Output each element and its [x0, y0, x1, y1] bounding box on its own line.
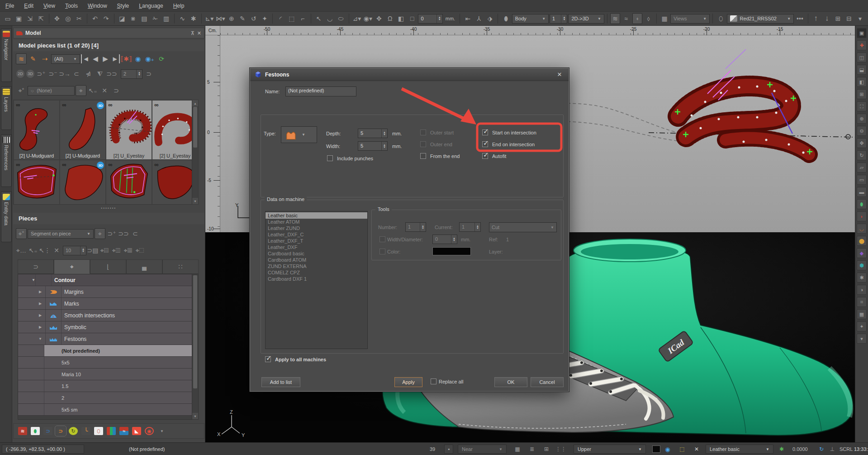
- pick-line-icon[interactable]: ↖₌: [28, 245, 38, 256]
- tool-cross-icon[interactable]: ✕: [692, 443, 701, 455]
- views-combo[interactable]: Views▼: [670, 14, 710, 24]
- add-to-list-button[interactable]: Add to list: [261, 377, 300, 387]
- grid-stack-icon[interactable]: ⋮⋮: [556, 443, 565, 455]
- apply-button[interactable]: Apply: [394, 377, 422, 387]
- snap-icon[interactable]: ◉▾: [363, 13, 373, 24]
- close-icon[interactable]: ✕: [555, 71, 564, 78]
- depth-spinner[interactable]: 5 ▲▼: [358, 129, 388, 138]
- apply-all-machines-checkbox[interactable]: ✓: [265, 356, 271, 362]
- select-corner-icon[interactable]: ◜: [275, 13, 285, 24]
- zoom-fit-icon[interactable]: ⛶: [857, 101, 867, 111]
- piece-flow-icon[interactable]: ⇢: [39, 53, 50, 64]
- measure-icon[interactable]: ✂: [74, 13, 84, 24]
- piece-add-icon[interactable]: ⊃⁺: [106, 228, 117, 239]
- machine-item[interactable]: ZUND EXTERNA: [266, 263, 367, 269]
- grid-rows-icon[interactable]: ≣: [527, 443, 536, 455]
- pan-icon[interactable]: ✥: [52, 13, 62, 24]
- machine-item[interactable]: Cardboard ATOM: [266, 257, 367, 263]
- first-piece-icon[interactable]: ◀: [81, 54, 90, 63]
- heel-icon[interactable]: ╰: [81, 427, 90, 435]
- copy-seg2-icon[interactable]: ⌖▥: [111, 245, 122, 256]
- tree-row-5x5-sm[interactable]: 5x5 sm: [18, 404, 198, 416]
- window-split-icon[interactable]: ◫: [857, 53, 867, 62]
- cross-icon[interactable]: ✕: [51, 245, 62, 256]
- piece-thumb-row2-2[interactable]: ∞ 3D: [60, 160, 106, 205]
- curve-icon[interactable]: ∿: [177, 13, 187, 24]
- tree-row-symbolic[interactable]: ▶ Symbolic: [18, 321, 198, 333]
- window-v-icon[interactable]: ◧: [857, 77, 867, 87]
- last-green-icon[interactable]: ⬮: [857, 199, 867, 209]
- upper-combo[interactable]: Upper▼: [574, 445, 646, 454]
- machine-item[interactable]: Cardboard basic: [266, 250, 367, 257]
- collapse-icon[interactable]: ▼: [35, 337, 45, 341]
- piece-2d-icon[interactable]: ⬫: [632, 13, 643, 24]
- copies-spinner[interactable]: 2 ▲▼: [121, 69, 142, 79]
- expand-icon[interactable]: ▶: [35, 313, 45, 317]
- machine-combo[interactable]: Leather basic▼: [706, 445, 773, 454]
- bracket-icon[interactable]: ⌐: [298, 13, 308, 24]
- stack-add-icon[interactable]: ⊃⊃: [106, 68, 117, 79]
- from-the-end-checkbox[interactable]: [420, 153, 426, 159]
- axis-icon[interactable]: ⊿▾: [352, 13, 362, 24]
- hook-icon[interactable]: ↺: [248, 13, 258, 24]
- mode-combo[interactable]: 2D->3D▼: [568, 14, 604, 24]
- refresh-icon[interactable]: ↻: [817, 443, 826, 455]
- grid-cells-icon[interactable]: ⊞: [542, 443, 551, 455]
- replace-all-checkbox[interactable]: [431, 378, 436, 384]
- anchor-icon[interactable]: ⊥: [828, 443, 837, 455]
- lock-segment-icon[interactable]: ⌖⬚: [134, 245, 145, 256]
- arrow-down-icon[interactable]: ↓: [822, 13, 832, 24]
- autofit-checkbox[interactable]: ✓: [482, 153, 488, 159]
- upper-red-icon[interactable]: ◗: [857, 211, 867, 221]
- side-view-icon[interactable]: ▭: [857, 175, 867, 185]
- name-input[interactable]: (Not predefined): [285, 86, 356, 96]
- sync-lock-icon[interactable]: ⟳: [156, 53, 167, 64]
- mode-2d-button[interactable]: 2D: [16, 69, 25, 78]
- menu-view[interactable]: View: [43, 3, 55, 9]
- margin-big-icon[interactable]: ⊃: [143, 68, 154, 79]
- scroll-down-icon[interactable]: ▼: [192, 198, 198, 204]
- cursor-icon[interactable]: ↖: [314, 13, 324, 24]
- settings-icon[interactable]: ✦: [857, 321, 867, 331]
- machine-item[interactable]: Leather_DXF: [266, 244, 367, 250]
- machine-item[interactable]: Leather_DXF_C: [266, 231, 367, 238]
- spinner-arrows-icon[interactable]: ▲▼: [381, 142, 387, 150]
- menu-file[interactable]: File: [5, 3, 14, 9]
- redo-icon[interactable]: ↷: [101, 13, 111, 24]
- tab-margins[interactable]: ⊃: [18, 259, 54, 274]
- flatten-on-icon[interactable]: ≋: [610, 13, 621, 24]
- model-panel-titlebar[interactable]: Model ⊼ ✕: [13, 28, 204, 38]
- cancel-button[interactable]: Cancel: [531, 377, 564, 387]
- body-combo[interactable]: Body▼: [512, 14, 549, 24]
- flip-piece-icon[interactable]: ⊂: [71, 68, 82, 79]
- zoom-in-icon[interactable]: ⊕: [857, 114, 867, 124]
- sidebar-tab-navigator[interactable]: Navigator: [1, 29, 12, 82]
- light-icon[interactable]: ✱: [188, 13, 198, 24]
- model-combo[interactable]: Red21_RRSS02▼: [727, 14, 794, 24]
- segment-none-combo[interactable]: ⌔ (None): [28, 86, 75, 96]
- remove-margin-icon[interactable]: ⊃⁻: [47, 68, 58, 79]
- pan-view-icon[interactable]: ✥: [857, 138, 867, 148]
- no-fold-icon[interactable]: ⋪: [83, 68, 94, 79]
- expand-strip-icon[interactable]: ▾: [857, 334, 867, 344]
- close-view-icon[interactable]: ✚: [857, 40, 867, 50]
- scroll-up-icon[interactable]: ▲: [192, 100, 198, 106]
- window-h-icon[interactable]: ⬓: [857, 65, 867, 75]
- tab-marks[interactable]: ▄: [126, 259, 162, 274]
- light-view-icon[interactable]: ✱: [857, 273, 867, 283]
- pick-points-icon[interactable]: ↖⋮: [39, 245, 50, 256]
- prev-piece-icon[interactable]: ◀: [91, 54, 100, 63]
- tag-piece-icon[interactable]: ✎: [28, 53, 38, 64]
- segment-cut-icon[interactable]: ✕: [99, 85, 110, 96]
- piece-thumb-u-mudguard-2[interactable]: ∞ 3D [2] U-Mudguard: [60, 100, 106, 160]
- fold-icon[interactable]: ⧨: [95, 68, 105, 79]
- toolbar-overflow-icon[interactable]: ▼: [160, 429, 164, 433]
- machine-item[interactable]: Cardboard DXF 1: [266, 276, 367, 282]
- piece-thumb-row2-4[interactable]: ∞: [152, 160, 198, 205]
- tree-row-maria-10[interactable]: Maria 10: [18, 369, 198, 380]
- copy-icon[interactable]: ▤: [139, 13, 149, 24]
- material-teal-icon[interactable]: ⬢: [857, 260, 867, 270]
- piece-thumb-u-eyestay-1[interactable]: ∞ [2] U_Eyestay: [106, 100, 152, 160]
- panel-splitter[interactable]: ▪▪▪▪▪▪▪: [13, 206, 204, 210]
- lock-icon[interactable]: ⬚: [678, 443, 687, 455]
